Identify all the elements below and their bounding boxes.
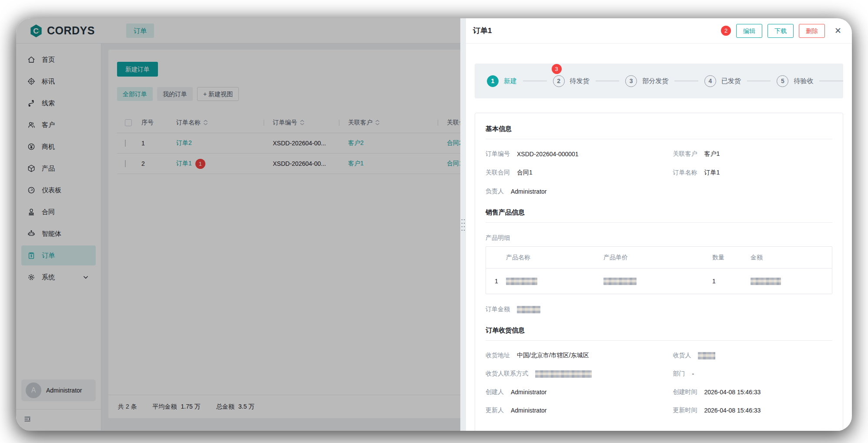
field-label: 更新人 — [486, 406, 504, 414]
drawer-title: 订单1 — [473, 26, 492, 36]
field-label: 创建人 — [486, 388, 504, 396]
product-qty: 1 — [712, 278, 751, 285]
step-new: 1 新建 — [487, 75, 517, 87]
customer-link[interactable]: 客户1 — [704, 150, 720, 158]
step-circle: 5 — [777, 75, 788, 87]
order-detail-drawer: 订单1 2 编辑 下载 删除 ✕ 1 新建 2 3 — [460, 18, 852, 431]
field-label: 订单编号 — [486, 150, 510, 158]
step-circle: 1 — [487, 75, 499, 87]
address-value: 中国/北京市/市辖区/东城区 — [517, 352, 589, 359]
divider — [486, 340, 832, 341]
col-amount: 金额 — [751, 254, 832, 262]
delete-button[interactable]: 删除 — [799, 24, 825, 38]
drawer-resize-handle[interactable] — [460, 18, 466, 431]
field-label: 订单名称 — [673, 169, 697, 177]
contract-link[interactable]: 合同1 — [517, 169, 533, 177]
updated-time-value: 2026-04-08 15:46:33 — [704, 407, 761, 414]
drawer-body: 1 新建 2 3 待发货 3 部分发货 — [466, 44, 852, 431]
order-status-stepper: 1 新建 2 3 待发货 3 部分发货 — [475, 64, 843, 98]
field-label: 关联合同 — [486, 169, 510, 177]
divider — [486, 139, 832, 139]
field-label: 部门 — [673, 370, 685, 378]
step-connector — [523, 81, 547, 81]
step-label: 待发货 — [570, 77, 590, 85]
redacted-contact — [535, 370, 592, 378]
step-connector — [596, 81, 620, 81]
step-circle: 3 — [625, 75, 637, 87]
close-icon[interactable]: ✕ — [834, 27, 841, 35]
updater-value: Administrator — [511, 407, 546, 414]
order-number-value: XSDD-202604-000001 — [517, 151, 579, 158]
created-time-value: 2026-04-08 15:46:33 — [704, 389, 761, 396]
step-connector — [819, 81, 843, 81]
product-row: 1 1 — [486, 268, 832, 294]
owner-value: Administrator — [511, 188, 546, 195]
step-pending-accept: 5 待验收 — [777, 75, 813, 87]
order-name-value: 订单1 — [704, 169, 720, 177]
order-detail-card: 基本信息 订单编号XSDD-202604-000001 关联客户客户1 关联合同… — [475, 113, 843, 431]
section-shipping: 订单收货信息 — [486, 326, 832, 335]
drawer-header: 订单1 2 编辑 下载 删除 ✕ — [466, 18, 852, 44]
drag-handle-icon — [461, 218, 466, 232]
redacted-order-amount — [517, 306, 540, 313]
col-product-price: 产品单价 — [603, 254, 712, 262]
step-label: 待验收 — [794, 77, 813, 85]
field-label: 收货人联系方式 — [486, 370, 528, 378]
step-label: 已发货 — [721, 77, 741, 85]
field-label: 负责人 — [486, 188, 504, 195]
product-index: 1 — [486, 278, 506, 285]
redacted-receiver — [698, 352, 715, 359]
redacted-amount — [751, 278, 781, 285]
dept-value: - — [692, 370, 694, 377]
col-qty: 数量 — [712, 254, 751, 262]
step-label: 部分发货 — [642, 77, 668, 85]
field-label: 创建时间 — [673, 388, 697, 396]
step-circle: 4 — [704, 75, 716, 87]
step-circle: 2 — [553, 75, 565, 87]
redacted-product-price — [603, 278, 637, 285]
step-connector — [674, 81, 698, 81]
step-partial-ship: 3 部分发货 — [625, 75, 668, 87]
edit-button[interactable]: 编辑 — [736, 24, 762, 38]
drawer-content: 订单1 2 编辑 下载 删除 ✕ 1 新建 2 3 — [466, 18, 852, 431]
order-amount-label: 订单金额 — [486, 305, 510, 313]
download-button[interactable]: 下载 — [767, 24, 794, 38]
field-label: 更新时间 — [673, 406, 697, 414]
col-product-name: 产品名称 — [506, 254, 603, 262]
product-table-header: 产品名称 产品单价 数量 金额 — [486, 247, 832, 268]
step-shipped: 4 已发货 — [704, 75, 741, 87]
annotation-badge-3: 3 — [552, 64, 562, 74]
product-detail-label: 产品明细 — [486, 234, 832, 242]
step-connector — [747, 81, 771, 81]
field-label: 关联客户 — [673, 150, 697, 158]
section-basic-info: 基本信息 — [486, 125, 832, 133]
step-pending-ship: 2 3 待发货 — [553, 75, 590, 87]
creator-value: Administrator — [511, 389, 546, 396]
field-label: 收货人 — [673, 352, 691, 359]
annotation-badge-2: 2 — [721, 26, 731, 36]
redacted-product-name — [506, 278, 537, 285]
product-table: 产品名称 产品单价 数量 金额 1 1 — [486, 246, 832, 294]
section-products: 销售产品信息 — [486, 208, 832, 217]
divider — [486, 222, 832, 223]
step-label: 新建 — [504, 77, 517, 85]
app-window: C CORDYS 订单 首页 标讯 线索 — [16, 18, 852, 431]
field-label: 收货地址 — [486, 352, 510, 359]
